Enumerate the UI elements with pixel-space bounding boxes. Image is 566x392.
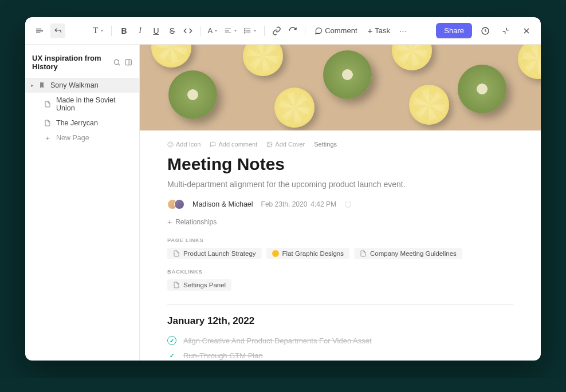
toolbar: T B I U S A: [25, 17, 541, 45]
task-list: Align Creative And Product Departments F…: [167, 336, 513, 361]
meta-row: Madison & Michael Feb 23th, 2020 4:42 PM: [167, 199, 513, 209]
search-icon[interactable]: [113, 58, 121, 66]
italic-icon[interactable]: I: [132, 23, 147, 38]
task-label: Task: [375, 26, 390, 35]
sidebar-item-soviet[interactable]: Made in the Soviet Union: [25, 93, 139, 116]
new-page-label: New Page: [56, 134, 89, 142]
align-dropdown[interactable]: [222, 23, 240, 38]
menu-icon[interactable]: [32, 23, 47, 38]
sidebar-items: ▸ Sony Walkman Made in the Soviet Union: [25, 78, 139, 361]
text-style-dropdown[interactable]: T: [91, 23, 107, 38]
page-links-chips: Product Launch Strategy Flat Graphic Des…: [167, 248, 513, 259]
sidebar-title: UX inspiration from History: [32, 54, 113, 71]
svg-point-15: [114, 60, 119, 64]
authors[interactable]: Madison & Michael: [192, 200, 253, 208]
task-text: Align Creative And Product Departments F…: [183, 336, 372, 345]
comment-label: Comment: [325, 26, 357, 35]
sidebar: UX inspiration from History ▸ Sony: [25, 45, 140, 361]
svg-point-20: [170, 143, 170, 144]
task-item[interactable]: Run-Through GTM Plan: [167, 351, 513, 360]
strikethrough-icon[interactable]: S: [164, 23, 179, 38]
sidebar-item-label: Sony Walkman: [50, 81, 99, 89]
sidebar-item-label: The Jerrycan: [56, 119, 98, 127]
doc-icon: [44, 100, 52, 108]
task-text: Run-Through GTM Plan: [183, 351, 263, 360]
plus-icon: +: [44, 134, 52, 142]
svg-rect-17: [125, 60, 132, 65]
page-links-label: PAGE LINKS: [167, 237, 513, 243]
gear-icon[interactable]: [344, 201, 352, 208]
bookmark-icon: [38, 81, 46, 89]
page-link-chip[interactable]: Flat Graphic Designs: [266, 248, 349, 259]
page-link-chip[interactable]: Product Launch Strategy: [167, 248, 262, 259]
font-color-dropdown[interactable]: A: [205, 23, 221, 38]
share-button[interactable]: Share: [436, 23, 472, 38]
collapse-icon[interactable]: [498, 23, 513, 38]
bold-icon[interactable]: B: [116, 23, 131, 38]
settings-link[interactable]: Settings: [314, 141, 337, 148]
svg-point-21: [171, 143, 171, 144]
sidebar-item-label: Made in the Soviet Union: [56, 96, 132, 112]
comment-button[interactable]: Comment: [310, 23, 361, 39]
svg-point-9: [245, 28, 245, 29]
svg-point-24: [345, 201, 351, 207]
code-icon[interactable]: [180, 23, 195, 38]
avatar: [174, 199, 184, 209]
more-icon[interactable]: ···: [396, 23, 411, 38]
page-title[interactable]: Meeting Notes: [167, 155, 513, 174]
underline-icon[interactable]: U: [148, 23, 163, 38]
backlink-chip[interactable]: Settings Panel: [167, 279, 231, 291]
add-comment-button[interactable]: Add comment: [210, 141, 257, 148]
refresh-icon[interactable]: [285, 23, 300, 38]
dot-icon: [272, 250, 279, 257]
list-dropdown[interactable]: [241, 23, 260, 38]
sidebar-item-walkman[interactable]: ▸ Sony Walkman: [25, 78, 139, 93]
task-button[interactable]: + Task: [363, 23, 395, 39]
svg-point-10: [245, 30, 245, 31]
page-subtitle[interactable]: Multi-department alignment for the upcom…: [167, 180, 513, 189]
backlinks-label: BACKLINKS: [167, 268, 513, 275]
plus-icon: +: [167, 217, 172, 227]
task-checkbox[interactable]: [167, 351, 176, 360]
task-checkbox[interactable]: [167, 336, 176, 345]
date: Feb 23th, 2020: [261, 200, 308, 208]
add-icon-button[interactable]: Add Icon: [167, 141, 201, 148]
svg-line-16: [118, 64, 120, 65]
main-content: Add Icon Add comment Add Cover Settings …: [140, 45, 541, 361]
svg-point-19: [168, 141, 173, 146]
sidebar-item-jerrycan[interactable]: The Jerrycan: [25, 116, 139, 130]
date-heading[interactable]: January 12th, 2022: [167, 315, 513, 327]
svg-point-23: [269, 143, 269, 144]
back-icon[interactable]: [50, 23, 65, 38]
app-window: T B I U S A: [25, 17, 541, 361]
divider: [167, 304, 513, 305]
link-icon[interactable]: [269, 23, 284, 38]
task-item[interactable]: Align Creative And Product Departments F…: [167, 336, 513, 345]
add-cover-button[interactable]: Add Cover: [266, 141, 305, 148]
doc-icon: [44, 119, 52, 127]
relationships-button[interactable]: + Relationships: [167, 217, 513, 227]
panel-icon[interactable]: [124, 58, 132, 66]
svg-point-11: [245, 32, 245, 33]
page-link-chip[interactable]: Company Meeting Guidelines: [354, 248, 462, 259]
history-icon[interactable]: [478, 23, 493, 38]
new-page-button[interactable]: + New Page: [25, 130, 139, 145]
chevron-right-icon[interactable]: ▸: [31, 82, 34, 88]
page-actions: Add Icon Add comment Add Cover Settings: [167, 141, 513, 148]
cover-image: [140, 45, 541, 130]
time: 4:42 PM: [310, 200, 336, 208]
avatars[interactable]: [167, 199, 184, 209]
backlinks-chips: Settings Panel: [167, 279, 513, 291]
close-icon[interactable]: [519, 23, 534, 38]
